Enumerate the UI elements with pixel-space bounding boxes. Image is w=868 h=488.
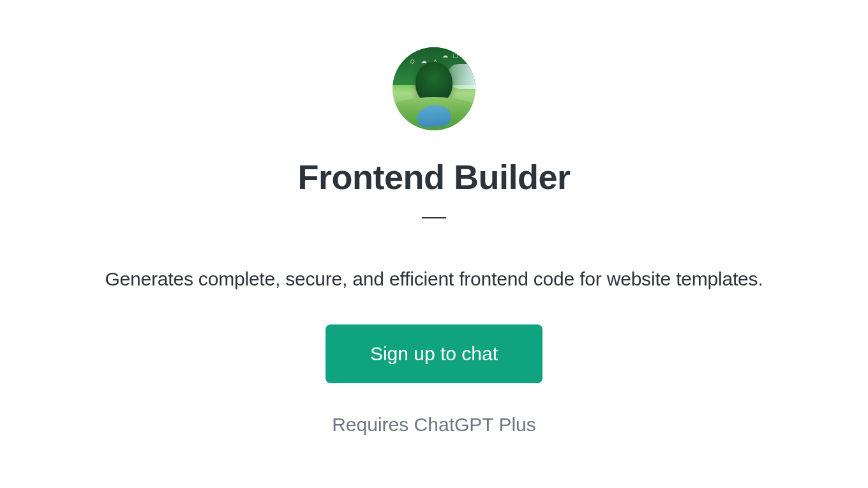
signup-button[interactable]: Sign up to chat	[326, 324, 542, 383]
title-divider	[422, 217, 446, 218]
avatar-illustration: ✦ ◇ ☁ △ ☁ ▢ ◦	[393, 47, 475, 130]
page-title: Frontend Builder	[298, 157, 571, 197]
app-avatar: ✦ ◇ ☁ △ ☁ ▢ ◦	[393, 47, 475, 130]
requirement-text: Requires ChatGPT Plus	[332, 414, 536, 436]
app-description: Generates complete, secure, and efficien…	[105, 268, 763, 290]
